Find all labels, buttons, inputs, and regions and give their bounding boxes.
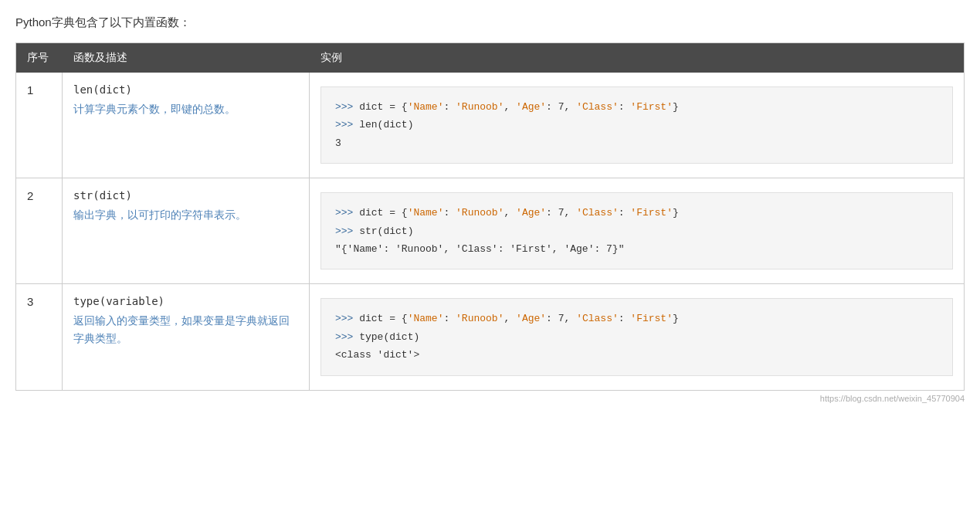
- code-text: ,: [504, 101, 516, 113]
- code-prompt: >>>: [335, 101, 359, 113]
- code-result: 3: [335, 137, 341, 149]
- page-intro: Python字典包含了以下内置函数：: [15, 15, 965, 30]
- code-text: len(dict): [359, 119, 413, 130]
- row-example: >>> dict = {'Name': 'Runoob', 'Age': 7, …: [310, 284, 965, 390]
- row-description: str(dict)输出字典，以可打印的字符串表示。: [63, 178, 310, 284]
- code-line: >>> dict = {'Name': 'Runoob', 'Age': 7, …: [335, 310, 938, 327]
- table-body: 1len(dict)计算字典元素个数，即键的总数。>>> dict = {'Na…: [16, 73, 965, 390]
- code-text: :: [443, 207, 456, 219]
- code-text: }: [673, 207, 679, 219]
- code-text: :: [619, 207, 631, 219]
- code-prompt: >>>: [335, 207, 359, 219]
- code-prompt: >>>: [335, 225, 359, 237]
- func-desc: 返回输入的变量类型，如果变量是字典就返回字典类型。: [73, 312, 298, 347]
- row-number: 3: [16, 284, 63, 390]
- code-text: :: [619, 313, 631, 324]
- code-text: : 7,: [546, 207, 576, 219]
- functions-table: 序号 函数及描述 实例 1len(dict)计算字典元素个数，即键的总数。>>>…: [15, 42, 965, 391]
- code-string: 'Class': [576, 101, 619, 113]
- code-string: 'Runoob': [456, 207, 504, 219]
- code-string: 'First': [630, 207, 673, 219]
- code-block: >>> dict = {'Name': 'Runoob', 'Age': 7, …: [320, 192, 953, 269]
- func-name: len(dict): [73, 83, 298, 96]
- table-row: 3type(variable)返回输入的变量类型，如果变量是字典就返回字典类型。…: [16, 284, 965, 390]
- code-result: "{'Name': 'Runoob', 'Class': 'First', 'A…: [335, 243, 624, 255]
- code-result: <class 'dict'>: [335, 349, 419, 361]
- code-string: 'Age': [516, 313, 546, 324]
- code-string: 'Class': [576, 313, 619, 324]
- code-line: >>> type(dict): [335, 328, 938, 346]
- code-line: >>> str(dict): [335, 222, 938, 240]
- code-string: 'Name': [408, 207, 444, 219]
- row-number: 1: [16, 73, 63, 178]
- code-line: <class 'dict'>: [335, 346, 938, 364]
- table-row: 1len(dict)计算字典元素个数，即键的总数。>>> dict = {'Na…: [16, 73, 965, 178]
- table-header: 序号 函数及描述 实例: [16, 43, 965, 73]
- code-line: >>> dict = {'Name': 'Runoob', 'Age': 7, …: [335, 98, 938, 116]
- func-name: str(dict): [73, 189, 298, 202]
- col-header-func: 函数及描述: [63, 43, 310, 73]
- row-number: 2: [16, 178, 63, 284]
- code-block: >>> dict = {'Name': 'Runoob', 'Age': 7, …: [320, 86, 953, 164]
- code-text: :: [443, 101, 456, 113]
- code-string: 'Name': [408, 313, 444, 324]
- code-line: "{'Name': 'Runoob', 'Class': 'First', 'A…: [335, 240, 938, 258]
- code-text: dict = {: [359, 101, 407, 113]
- code-string: 'Runoob': [456, 313, 504, 324]
- code-prompt: >>>: [335, 331, 359, 343]
- code-text: dict = {: [359, 313, 407, 324]
- col-header-num: 序号: [16, 43, 63, 73]
- code-string: 'Age': [516, 101, 546, 113]
- row-example: >>> dict = {'Name': 'Runoob', 'Age': 7, …: [310, 178, 965, 284]
- code-text: type(dict): [359, 331, 419, 343]
- code-line: >>> dict = {'Name': 'Runoob', 'Age': 7, …: [335, 204, 938, 222]
- code-string: 'First': [630, 313, 673, 324]
- code-line: 3: [335, 134, 938, 152]
- code-string: 'First': [630, 101, 673, 113]
- func-desc: 计算字典元素个数，即键的总数。: [73, 100, 298, 117]
- row-description: len(dict)计算字典元素个数，即键的总数。: [63, 73, 310, 178]
- code-text: ,: [504, 313, 516, 324]
- code-line: >>> len(dict): [335, 116, 938, 134]
- row-example: >>> dict = {'Name': 'Runoob', 'Age': 7, …: [310, 73, 965, 178]
- func-desc: 输出字典，以可打印的字符串表示。: [73, 206, 298, 223]
- code-string: 'Name': [408, 101, 444, 113]
- code-text: :: [443, 313, 456, 324]
- code-text: :: [619, 101, 631, 113]
- code-text: : 7,: [546, 101, 576, 113]
- func-name: type(variable): [73, 295, 298, 307]
- code-text: }: [673, 313, 679, 324]
- table-row: 2str(dict)输出字典，以可打印的字符串表示。>>> dict = {'N…: [16, 178, 965, 284]
- code-string: 'Class': [576, 207, 619, 219]
- col-header-example: 实例: [310, 43, 965, 73]
- code-prompt: >>>: [335, 119, 359, 130]
- watermark: https://blog.csdn.net/weixin_45770904: [15, 394, 965, 403]
- code-text: }: [673, 101, 679, 113]
- code-string: 'Age': [516, 207, 546, 219]
- code-text: dict = {: [359, 207, 407, 219]
- code-string: 'Runoob': [456, 101, 504, 113]
- code-text: str(dict): [359, 225, 413, 237]
- code-prompt: >>>: [335, 313, 359, 324]
- row-description: type(variable)返回输入的变量类型，如果变量是字典就返回字典类型。: [63, 284, 310, 390]
- code-text: : 7,: [546, 313, 576, 324]
- code-text: ,: [504, 207, 516, 219]
- code-block: >>> dict = {'Name': 'Runoob', 'Age': 7, …: [320, 298, 953, 375]
